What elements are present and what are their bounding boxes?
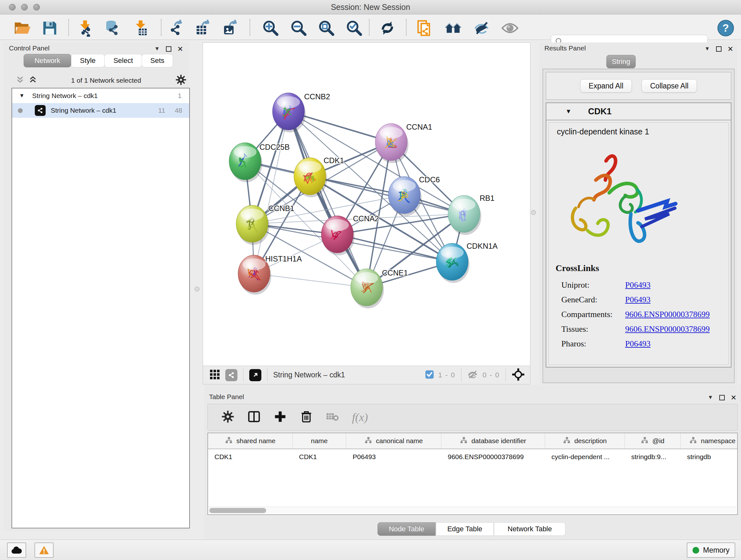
crosslink-link[interactable]: P06493: [625, 280, 650, 290]
table-row[interactable]: CDK1CDK1P064939606.ENSP00000378699cyclin…: [208, 449, 737, 464]
delete-column-icon[interactable]: [300, 410, 313, 425]
float-panel-icon[interactable]: ▼: [708, 394, 713, 401]
grid-view-icon[interactable]: [209, 368, 221, 382]
new-network-from-selection-icon[interactable]: [415, 19, 433, 37]
import-network-icon[interactable]: [77, 19, 94, 37]
close-panel-icon[interactable]: ✕: [178, 46, 183, 52]
export-table-icon[interactable]: [193, 19, 211, 37]
column-header--id[interactable]: @id: [625, 433, 681, 449]
detach-view-icon[interactable]: [249, 369, 261, 381]
collapse-all-networks-icon[interactable]: [16, 75, 24, 85]
table-cell[interactable]: CDK1: [208, 449, 293, 464]
expand-all-networks-icon[interactable]: [29, 75, 37, 85]
left-splitter-handle[interactable]: [195, 287, 199, 292]
export-image-icon[interactable]: [221, 19, 239, 37]
crosslink-link[interactable]: 9606.ENSP00000378699: [625, 310, 710, 319]
table-options-gear-icon[interactable]: [221, 410, 234, 425]
crosslink-label: Tissues:: [561, 324, 625, 334]
right-splitter-handle[interactable]: [531, 210, 536, 215]
network-selection-summary: 1 of 1 Network selected: [37, 77, 175, 84]
crosslink-link[interactable]: P06493: [625, 339, 650, 349]
node-CCNE1[interactable]: CCNE1: [351, 268, 408, 308]
cloud-tasks-button[interactable]: [7, 543, 26, 558]
node-CCNA2[interactable]: CCNA2: [321, 214, 379, 255]
show-columns-icon[interactable]: [247, 410, 261, 425]
gene-header-row[interactable]: ▼ CDK1: [546, 103, 731, 120]
hidden-eye-icon[interactable]: [467, 370, 479, 381]
zoom-selected-icon[interactable]: [345, 19, 363, 37]
first-neighbors-icon[interactable]: [444, 19, 462, 37]
node-label-CCNB2: CCNB2: [304, 92, 330, 101]
table-cell[interactable]: CDK1: [293, 449, 346, 464]
column-header-database-identifier[interactable]: database identifier: [441, 433, 545, 449]
table-cell[interactable]: P06493: [346, 449, 441, 464]
hide-selected-icon[interactable]: [473, 19, 491, 37]
table-cell[interactable]: cyclin-dependent ...: [545, 449, 625, 464]
network-status-dot: [18, 108, 23, 113]
help-icon[interactable]: ?: [717, 19, 735, 37]
crosslink-link[interactable]: 9606.ENSP00000378699: [625, 324, 710, 334]
apply-layout-icon[interactable]: [379, 19, 396, 37]
column-label: database identifier: [471, 437, 526, 445]
expand-all-button[interactable]: Expand All: [580, 79, 632, 92]
node-HIST1H1A[interactable]: HIST1H1A: [238, 254, 302, 295]
maximize-panel-icon[interactable]: [719, 395, 725, 400]
node-CDK1[interactable]: CDK1: [294, 156, 344, 197]
maximize-panel-icon[interactable]: [166, 46, 172, 52]
network-row-selected[interactable]: String Network – cdk1 11 48: [12, 103, 189, 118]
network-canvas[interactable]: CCNB2CCNA1CDC25BCDK1CDC6RB1CCNB1CCNA2CDK…: [203, 43, 530, 366]
tree-caret-icon[interactable]: ▼: [19, 92, 24, 99]
toolbar-separator: [406, 19, 407, 36]
tab-style[interactable]: Style: [71, 54, 105, 67]
node-CCNB2[interactable]: CCNB2: [273, 92, 330, 132]
table-cell[interactable]: 9606.ENSP00000378699: [441, 449, 545, 464]
node-RB1[interactable]: RB1: [448, 194, 495, 235]
tab-edge-table[interactable]: Edge Table: [436, 522, 494, 536]
import-network-from-database-icon[interactable]: [104, 19, 122, 37]
node-CDKN1A[interactable]: CDKN1A: [436, 242, 497, 283]
tab-network-table[interactable]: Network Table: [494, 522, 565, 536]
tab-network[interactable]: Network: [23, 54, 71, 67]
save-session-icon[interactable]: [41, 19, 59, 37]
show-all-icon[interactable]: [501, 19, 519, 37]
float-panel-icon[interactable]: ▼: [154, 46, 160, 52]
open-file-icon[interactable]: [13, 19, 31, 37]
column-header-name[interactable]: name: [293, 433, 346, 449]
column-header-description[interactable]: description: [545, 433, 625, 449]
node-CCNB1[interactable]: CCNB1: [236, 204, 294, 245]
scrollbar-thumb[interactable]: [209, 508, 266, 513]
tab-string[interactable]: String: [606, 55, 636, 68]
column-header-namespace[interactable]: namespace: [681, 433, 738, 449]
edge-CCNB2-HIST1H1A[interactable]: [254, 111, 288, 273]
column-header-canonical-name[interactable]: canonical name: [346, 433, 441, 449]
warnings-button[interactable]: [35, 543, 54, 558]
table-cell[interactable]: stringdb:9...: [625, 449, 681, 464]
maximize-panel-icon[interactable]: [716, 46, 722, 52]
column-header-shared-name[interactable]: shared name: [208, 433, 293, 449]
zoom-fit-icon[interactable]: [318, 19, 335, 37]
horizontal-scrollbar[interactable]: [208, 507, 737, 514]
import-table-icon[interactable]: [132, 19, 150, 37]
crosslink-link[interactable]: P06493: [625, 295, 650, 305]
zoom-in-icon[interactable]: [262, 19, 280, 37]
node-CCNA1[interactable]: CCNA1: [375, 123, 432, 163]
collapse-gene-caret-icon[interactable]: ▼: [565, 108, 571, 115]
close-panel-icon[interactable]: ✕: [731, 395, 737, 400]
tab-select[interactable]: Select: [105, 54, 142, 67]
zoom-out-icon[interactable]: [290, 19, 308, 37]
memory-button[interactable]: Memory: [687, 543, 735, 558]
network-options-gear-icon[interactable]: [175, 74, 187, 87]
add-column-icon[interactable]: [273, 410, 287, 425]
float-panel-icon[interactable]: ▼: [704, 46, 710, 52]
close-panel-icon[interactable]: ✕: [728, 46, 733, 52]
collapse-all-button[interactable]: Collapse All: [642, 79, 697, 92]
network-collection-row[interactable]: ▼ String Network – cdk1 1: [12, 88, 189, 103]
table-cell[interactable]: stringdb: [681, 449, 738, 464]
toolbar-separator: [250, 19, 250, 36]
tab-sets[interactable]: Sets: [142, 54, 173, 67]
tab-node-table[interactable]: Node Table: [378, 522, 435, 536]
network-badge-icon[interactable]: [225, 369, 238, 381]
export-network-icon[interactable]: [166, 19, 184, 37]
birds-eye-view-icon[interactable]: [512, 368, 525, 382]
selected-checkbox-icon[interactable]: [425, 370, 434, 381]
